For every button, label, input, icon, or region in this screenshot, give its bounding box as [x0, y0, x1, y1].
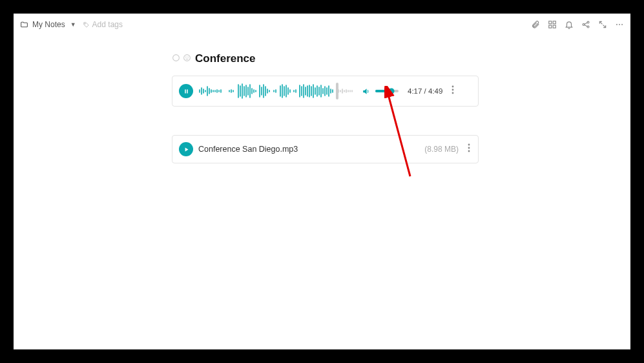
pause-button[interactable] — [179, 84, 193, 98]
playhead[interactable] — [336, 83, 338, 99]
attachment-filename[interactable]: Conference San Diego.mp3 — [198, 145, 419, 154]
add-tags[interactable]: Add tags — [83, 20, 123, 29]
note-page: My Notes ▼ Add tags — [14, 14, 630, 349]
audio-more-button[interactable] — [450, 85, 455, 97]
audio-player: 4:17 / 4:49 — [172, 76, 479, 107]
svg-point-85 — [452, 89, 454, 91]
svg-point-88 — [468, 147, 470, 149]
svg-point-12 — [184, 55, 191, 61]
grid-icon[interactable] — [548, 20, 557, 29]
play-button[interactable] — [179, 142, 193, 156]
svg-point-86 — [452, 92, 454, 94]
svg-point-8 — [616, 24, 618, 25]
bell-icon[interactable] — [565, 20, 574, 29]
svg-point-87 — [468, 144, 470, 146]
tag-icon — [83, 21, 90, 28]
top-bar: My Notes ▼ Add tags — [14, 14, 630, 36]
share-icon[interactable] — [581, 20, 590, 29]
svg-point-9 — [619, 24, 620, 25]
svg-point-0 — [85, 23, 85, 24]
svg-point-13 — [186, 57, 187, 57]
folder-icon — [20, 21, 28, 29]
smile-icon[interactable] — [183, 53, 191, 65]
expand-icon[interactable] — [598, 20, 607, 29]
svg-rect-4 — [553, 25, 556, 28]
time-display: 4:17 / 4:49 — [408, 87, 442, 95]
svg-rect-2 — [553, 21, 556, 24]
chevron-down-icon: ▼ — [70, 21, 76, 28]
breadcrumb[interactable]: My Notes ▼ — [20, 20, 76, 29]
volume-slider[interactable] — [375, 90, 399, 92]
svg-point-10 — [621, 24, 623, 25]
file-attachment: Conference San Diego.mp3 (8.98 MB) — [172, 135, 479, 163]
top-actions — [531, 20, 624, 29]
svg-rect-3 — [549, 25, 552, 28]
volume-knob[interactable] — [389, 88, 395, 94]
attachment-icon[interactable] — [531, 20, 540, 29]
svg-point-11 — [173, 55, 180, 61]
folder-label: My Notes — [32, 20, 65, 29]
add-tags-placeholder: Add tags — [92, 20, 123, 29]
title-row: Conference — [172, 52, 479, 65]
svg-rect-16 — [187, 89, 188, 93]
svg-rect-15 — [185, 89, 186, 93]
circle-icon[interactable] — [172, 53, 180, 65]
attachment-more-button[interactable] — [466, 143, 472, 155]
svg-point-84 — [452, 86, 454, 88]
title-prefix-icons — [172, 53, 191, 65]
page-title[interactable]: Conference — [195, 52, 256, 65]
svg-rect-1 — [549, 21, 552, 24]
waveform[interactable] — [198, 83, 357, 99]
svg-point-14 — [188, 57, 189, 57]
attachment-size: (8.98 MB) — [424, 145, 459, 154]
more-icon[interactable] — [615, 20, 624, 29]
note-body: Conference — [172, 52, 479, 163]
svg-point-89 — [468, 150, 470, 152]
volume-icon[interactable] — [362, 87, 370, 96]
